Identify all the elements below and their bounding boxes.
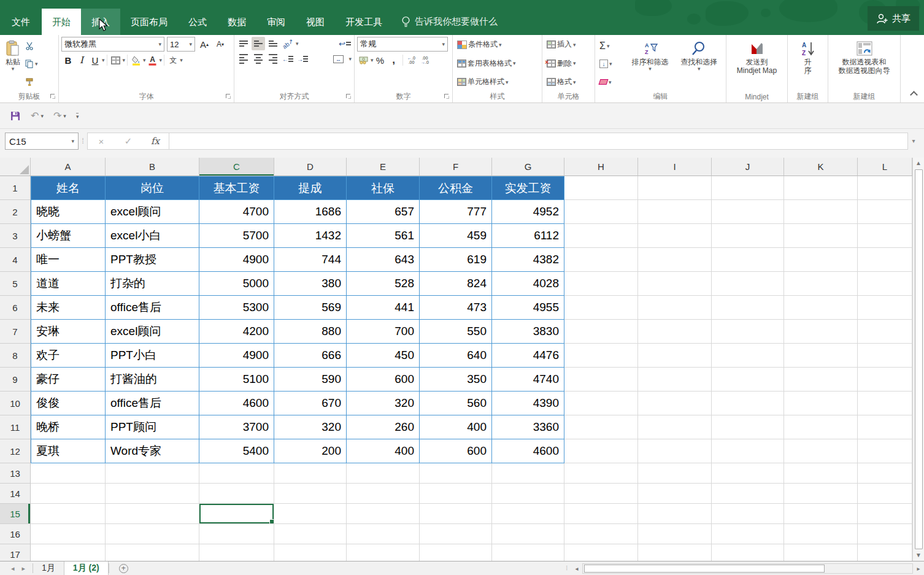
table-cell-F3[interactable]: 459	[420, 224, 492, 248]
row-header-4[interactable]: 4	[0, 248, 31, 272]
table-cell-B6[interactable]: office售后	[106, 296, 199, 320]
table-cell-A3[interactable]: 小螃蟹	[31, 224, 106, 248]
cell-H14[interactable]	[564, 484, 638, 504]
cell-K10[interactable]	[784, 392, 858, 415]
cell-K6[interactable]	[784, 296, 858, 320]
table-cell-A5[interactable]: 道道	[31, 272, 106, 296]
row-header-11[interactable]: 11	[0, 415, 31, 439]
cell-K14[interactable]	[784, 484, 858, 504]
row-header-5[interactable]: 5	[0, 272, 31, 296]
tab-数据[interactable]: 数据	[217, 9, 256, 35]
cell-C14[interactable]	[199, 484, 274, 504]
comma-button[interactable]: ,	[387, 53, 401, 67]
formula-input[interactable]	[169, 133, 908, 150]
cell-I11[interactable]	[638, 415, 712, 439]
cell-E16[interactable]	[347, 524, 420, 544]
table-cell-C2[interactable]: 4700	[199, 200, 274, 224]
pivot-wizard-button[interactable]: 数据透视表和 数据透视图向导	[836, 37, 893, 91]
cell-L14[interactable]	[858, 484, 912, 504]
cell-I12[interactable]	[638, 439, 712, 463]
table-cell-G12[interactable]: 4600	[492, 439, 564, 463]
cell-B16[interactable]	[106, 524, 199, 544]
find-select-button[interactable]: 查找和选择 ▾	[674, 37, 723, 91]
clear-button[interactable]: ▾	[598, 74, 626, 90]
table-cell-E3[interactable]: 561	[347, 224, 420, 248]
cell-J14[interactable]	[712, 484, 784, 504]
sheet-tab-1月 (2)[interactable]: 1月 (2)	[64, 561, 109, 575]
row-header-17[interactable]: 17	[0, 544, 31, 561]
row-header-15[interactable]: 15	[0, 504, 31, 524]
table-cell-B9[interactable]: 打酱油的	[106, 368, 199, 392]
cell-J11[interactable]	[712, 415, 784, 439]
save-button[interactable]	[6, 108, 25, 124]
tab-页面布局[interactable]: 页面布局	[120, 9, 178, 35]
decrease-font-button[interactable]: A▾	[214, 37, 227, 51]
table-cell-E11[interactable]: 260	[347, 415, 420, 439]
align-center-button[interactable]	[252, 52, 265, 66]
cell-L16[interactable]	[858, 524, 912, 544]
scroll-down-button[interactable]: ▼	[913, 550, 924, 561]
cell-L7[interactable]	[858, 320, 912, 344]
column-header-F[interactable]: F	[420, 158, 492, 176]
table-cell-C4[interactable]: 4900	[199, 248, 274, 272]
cell-I15[interactable]	[638, 504, 712, 524]
table-cell-F10[interactable]: 560	[420, 392, 492, 415]
table-cell-D2[interactable]: 1686	[274, 200, 347, 224]
column-header-K[interactable]: K	[784, 158, 858, 176]
wrap-text-button[interactable]: ↩	[338, 37, 352, 50]
cell-D16[interactable]	[274, 524, 347, 544]
table-cell-B11[interactable]: PPT顾问	[106, 415, 199, 439]
table-cell-C8[interactable]: 4900	[199, 344, 274, 368]
table-cell-C12[interactable]: 5400	[199, 439, 274, 463]
cell-H3[interactable]	[564, 224, 638, 248]
cell-E17[interactable]	[347, 544, 420, 561]
table-cell-G5[interactable]: 4028	[492, 272, 564, 296]
cell-G14[interactable]	[492, 484, 564, 504]
cut-button[interactable]	[23, 38, 40, 53]
table-cell-D9[interactable]: 590	[274, 368, 347, 392]
cell-I5[interactable]	[638, 272, 712, 296]
tab-file[interactable]: 文件	[0, 9, 42, 35]
row-header-1[interactable]: 1	[0, 176, 31, 200]
cell-I17[interactable]	[638, 544, 712, 561]
column-header-D[interactable]: D	[274, 158, 347, 176]
underline-button[interactable]: U	[88, 53, 102, 67]
table-header-E1[interactable]: 社保	[347, 176, 420, 200]
cell-F16[interactable]	[420, 524, 492, 544]
cell-I1[interactable]	[638, 176, 712, 200]
name-box-dropdown[interactable]: ▾	[71, 139, 74, 144]
font-dialog-launcher[interactable]	[226, 94, 232, 100]
table-cell-B2[interactable]: excel顾问	[106, 200, 199, 224]
align-right-button[interactable]	[266, 52, 280, 66]
table-cell-G11[interactable]: 3360	[492, 415, 564, 439]
column-header-L[interactable]: L	[858, 158, 912, 176]
expand-formula-bar-button[interactable]: ▾	[908, 133, 919, 150]
table-header-B1[interactable]: 岗位	[106, 176, 199, 200]
table-cell-B5[interactable]: 打杂的	[106, 272, 199, 296]
cell-J13[interactable]	[712, 463, 784, 484]
table-header-D1[interactable]: 提成	[274, 176, 347, 200]
cell-H8[interactable]	[564, 344, 638, 368]
cell-K2[interactable]	[784, 200, 858, 224]
table-cell-G10[interactable]: 4390	[492, 392, 564, 415]
vertical-scroll-thumb[interactable]	[915, 169, 923, 549]
align-bottom-button[interactable]	[266, 37, 280, 50]
cell-J10[interactable]	[712, 392, 784, 415]
bold-button[interactable]: B	[61, 53, 75, 67]
row-header-3[interactable]: 3	[0, 224, 31, 248]
paste-dropdown[interactable]: ▾	[12, 66, 15, 71]
table-cell-A11[interactable]: 晚桥	[31, 415, 106, 439]
row-header-2[interactable]: 2	[0, 200, 31, 224]
cell-H2[interactable]	[564, 200, 638, 224]
table-cell-F6[interactable]: 473	[420, 296, 492, 320]
cell-J1[interactable]	[712, 176, 784, 200]
row-header-6[interactable]: 6	[0, 296, 31, 320]
sort-ascending-button[interactable]: AZ 升 序	[798, 37, 818, 91]
cell-L10[interactable]	[858, 392, 912, 415]
cell-I3[interactable]	[638, 224, 712, 248]
cell-B14[interactable]	[106, 484, 199, 504]
cell-C16[interactable]	[199, 524, 274, 544]
cell-A14[interactable]	[31, 484, 106, 504]
cell-H11[interactable]	[564, 415, 638, 439]
cell-B15[interactable]	[106, 504, 199, 524]
